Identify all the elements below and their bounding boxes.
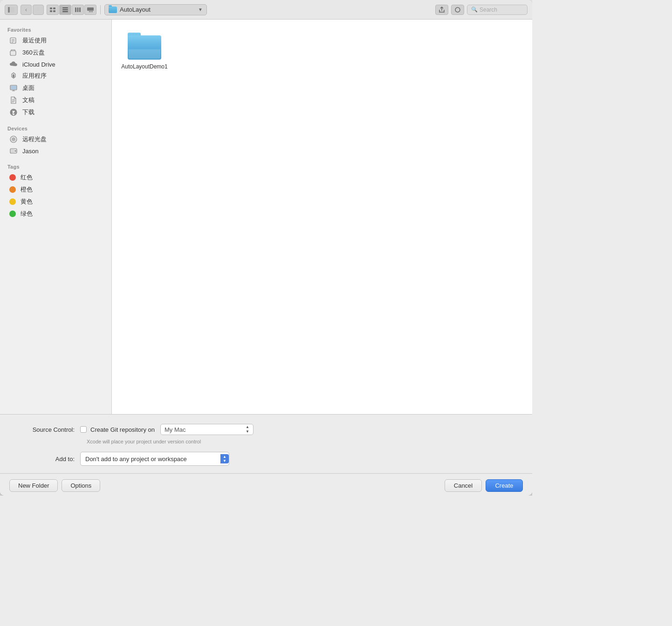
- git-hint-text: Xcode will place your project under vers…: [87, 439, 518, 444]
- sidebar-item-desktop[interactable]: 桌面: [2, 82, 110, 94]
- hdd-icon: [9, 147, 18, 155]
- remote-disk-icon: [9, 136, 18, 143]
- svg-rect-27: [11, 86, 16, 89]
- search-icon: 🔍: [471, 7, 478, 13]
- main-area: Favorites 最近使用: [0, 20, 532, 414]
- source-control-label: Source Control:: [14, 426, 75, 433]
- git-checkbox[interactable]: [80, 426, 87, 433]
- tags-header: Tags: [0, 160, 111, 171]
- location-dropdown[interactable]: AutoLayout ▼: [104, 4, 207, 15]
- add-to-dropdown[interactable]: Don't add to any project or workspace ▲ …: [80, 452, 229, 466]
- svg-rect-10: [77, 7, 79, 12]
- list-view-btn[interactable]: [59, 5, 71, 15]
- column-view-btn[interactable]: [72, 5, 84, 15]
- add-to-row: Add to: Don't add to any project or work…: [14, 452, 518, 466]
- sidebar-item-documents[interactable]: 文稿: [2, 94, 110, 106]
- cancel-button[interactable]: Cancel: [445, 479, 482, 492]
- tags-btn[interactable]: [451, 5, 464, 15]
- sidebar-item-tag-green[interactable]: 绿色: [2, 208, 110, 220]
- git-location-dropdown[interactable]: My Mac ▲ ▼: [160, 424, 254, 435]
- toolbar-divider: [100, 5, 101, 14]
- orange-tag-dot: [9, 186, 16, 193]
- sidebar-item-apps[interactable]: 应用程序: [2, 70, 110, 82]
- svg-rect-2: [50, 7, 52, 9]
- svg-rect-12: [87, 7, 94, 11]
- sidebar-toggle-btn[interactable]: [5, 5, 18, 15]
- sidebar-label-remote-disk: 远程光盘: [22, 135, 47, 143]
- add-to-dropdown-value: Don't add to any project or workspace: [85, 456, 220, 463]
- folder-icon: [128, 33, 161, 60]
- sidebar-item-recents[interactable]: 最近使用: [2, 34, 110, 47]
- search-box[interactable]: 🔍 Search: [467, 5, 528, 15]
- svg-rect-4: [50, 10, 52, 12]
- sidebar-item-jason[interactable]: Jason: [2, 145, 110, 156]
- svg-rect-1: [10, 7, 14, 13]
- stepper-up-icon: ▲: [223, 455, 226, 459]
- sidebar: Favorites 最近使用: [0, 20, 112, 414]
- location-label: AutoLayout: [120, 6, 195, 13]
- sidebar-item-360cloud[interactable]: 360云盘: [2, 47, 110, 59]
- svg-rect-5: [53, 10, 55, 12]
- sidebar-label-documents: 文稿: [22, 96, 34, 104]
- downloads-icon: [9, 109, 18, 116]
- sidebar-label-360cloud: 360云盘: [22, 48, 45, 57]
- red-tag-dot: [9, 174, 16, 181]
- options-button[interactable]: Options: [62, 479, 100, 492]
- svg-rect-21: [10, 51, 16, 55]
- svg-point-35: [13, 139, 14, 140]
- checkbox-container: Create Git repository on: [80, 426, 155, 433]
- git-checkbox-label: Create Git repository on: [90, 426, 155, 433]
- svg-point-16: [455, 7, 460, 12]
- nav-buttons: ‹ ›: [21, 5, 44, 15]
- new-folder-button[interactable]: New Folder: [9, 479, 58, 492]
- share-btn[interactable]: [435, 5, 448, 15]
- sidebar-item-remote-disk[interactable]: 远程光盘: [2, 133, 110, 145]
- location-arrow-icon: ▼: [198, 7, 203, 12]
- file-item-label: AutoLayoutDemo1: [121, 63, 167, 70]
- file-area: AutoLayoutDemo1: [112, 20, 532, 414]
- add-to-stepper[interactable]: ▲ ▼: [220, 454, 229, 463]
- stepper-down-icon: ▼: [223, 459, 226, 463]
- svg-rect-9: [75, 7, 76, 12]
- desktop-icon: [9, 84, 18, 92]
- sidebar-label-jason: Jason: [22, 148, 39, 155]
- svg-point-37: [15, 150, 16, 152]
- svg-rect-7: [62, 9, 68, 10]
- svg-rect-15: [92, 11, 93, 12]
- git-location-label: My Mac: [165, 426, 243, 433]
- icon-view-btn[interactable]: [47, 5, 59, 15]
- sidebar-item-tag-yellow[interactable]: 黄色: [2, 196, 110, 208]
- back-btn[interactable]: ‹: [21, 5, 32, 15]
- sidebar-label-desktop: 桌面: [22, 84, 34, 92]
- devices-header: Devices: [0, 122, 111, 133]
- sidebar-item-downloads[interactable]: 下载: [2, 106, 110, 118]
- create-button[interactable]: Create: [486, 479, 523, 492]
- svg-rect-11: [79, 7, 81, 12]
- svg-rect-3: [53, 7, 55, 9]
- forward-btn[interactable]: ›: [33, 5, 44, 15]
- icloud-icon: [9, 61, 18, 68]
- green-tag-dot: [9, 211, 16, 217]
- add-to-label: Add to:: [14, 456, 75, 463]
- gallery-view-btn[interactable]: [84, 5, 96, 15]
- svg-rect-8: [62, 11, 68, 12]
- git-stepper[interactable]: ▲ ▼: [246, 425, 249, 434]
- sidebar-item-icloud[interactable]: iCloud Drive: [2, 59, 110, 70]
- sidebar-label-downloads: 下载: [22, 108, 34, 116]
- action-row: New Folder Options Cancel Create: [0, 473, 532, 496]
- file-item-autolayout-demo1[interactable]: AutoLayoutDemo1: [121, 29, 168, 74]
- svg-rect-0: [8, 7, 10, 13]
- source-control-row: Source Control: Create Git repository on…: [14, 424, 518, 435]
- sidebar-label-icloud: iCloud Drive: [22, 61, 55, 68]
- sidebar-label-green: 绿色: [21, 210, 33, 218]
- sidebar-label-red: 红色: [21, 173, 33, 182]
- action-left: New Folder Options: [9, 479, 100, 492]
- location-folder-icon: [109, 7, 117, 13]
- sidebar-label-recents: 最近使用: [22, 36, 47, 45]
- sidebar-label-yellow: 黄色: [21, 197, 33, 206]
- sidebar-item-tag-red[interactable]: 红色: [2, 171, 110, 184]
- yellow-tag-dot: [9, 198, 16, 205]
- sidebar-item-tag-orange[interactable]: 橙色: [2, 184, 110, 196]
- search-placeholder: Search: [480, 7, 497, 13]
- cloud360-icon: [9, 49, 18, 56]
